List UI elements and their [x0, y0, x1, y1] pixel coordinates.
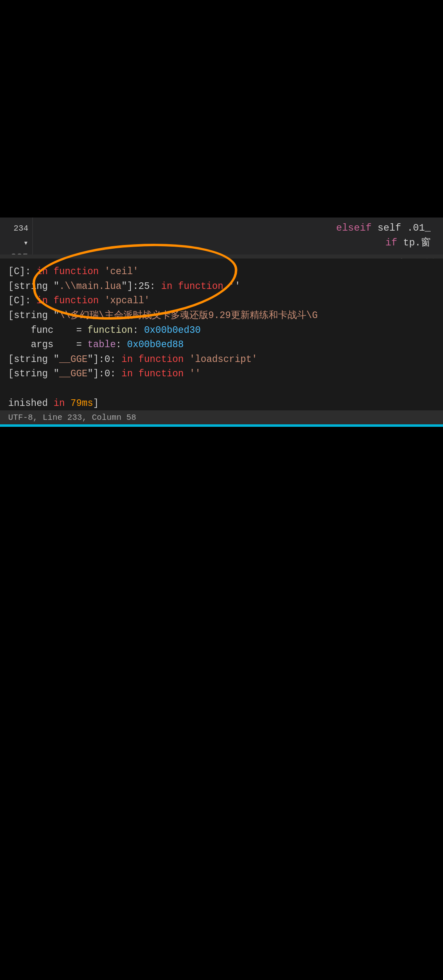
path-chinese: \\多幻瑞\主会派时战义卡多魂还版9.29更新精练和卡战斗\G [59, 310, 317, 321]
empty-str: '' [190, 369, 201, 379]
dropdown-arrow-icon: 234 ▾ [14, 224, 28, 248]
time-value: 79ms [71, 398, 93, 409]
colon-5: : [133, 325, 144, 336]
bracket-close-8: "]:0: [87, 369, 121, 379]
terminal-line-3: [C]: in function 'xpcall' [8, 294, 435, 309]
space [99, 266, 105, 277]
line-numbers: 234 ▾ 235 [0, 218, 33, 259]
screen: 234 ▾ 235 elseif self .01_ if tp.窗 236 [0, 0, 443, 980]
loadscript-str: 'loadscript' [190, 354, 258, 365]
bracket-end: ] [93, 398, 99, 409]
code-line-235: if tp.窗 [41, 236, 435, 250]
string-bracket-7: [string " [8, 354, 59, 365]
code-tp-window: tp.窗 [403, 237, 431, 248]
in-function-8: in function [121, 369, 184, 379]
code-line-234: elseif self .01_ [41, 221, 435, 236]
space-8 [184, 369, 190, 379]
end-2: ' [235, 281, 240, 292]
in-function-2: in function [161, 281, 224, 292]
black-bottom [0, 427, 443, 980]
code-content-top: elseif self .01_ if tp.窗 [33, 218, 443, 259]
terminal-line-5: func = function: 0x00b0ed30 [8, 323, 435, 338]
terminal-output: [C]: in function 'ceil' [string ".\\main… [0, 259, 443, 410]
quote-2: ' [229, 281, 235, 292]
terminal-line-2: [string ".\\main.lua"]:25: in function '… [8, 279, 435, 294]
string-bracket-2: [string " [8, 281, 59, 292]
in-function-7: in function [121, 354, 184, 365]
main-lua-path: .\\main.lua [59, 281, 121, 292]
gge-str-1: __GGE [59, 354, 87, 365]
in-function-3: in function [37, 295, 99, 306]
gge-str-2: __GGE [59, 369, 87, 379]
ide-window: 234 ▾ 235 elseif self .01_ if tp.窗 236 [0, 218, 443, 427]
space-7 [184, 354, 190, 365]
terminal-line-1: [C]: in function 'ceil' [8, 265, 435, 279]
keyword-elseif: elseif [336, 222, 372, 234]
bracket-close-7: "]:0: [87, 354, 121, 365]
keyword-if: if [386, 237, 397, 248]
space-fin [65, 398, 71, 409]
terminal-line-6: args = table: 0x00b0ed88 [8, 338, 435, 353]
tion-text: tion [76, 266, 99, 277]
string-bracket-8: [string " [8, 369, 59, 379]
hex-addr-1: 0x00b0ed30 [144, 325, 201, 336]
black-top [0, 0, 443, 218]
function-keyword-5: function [87, 325, 132, 336]
terminal-line-4: [string "\\多幻瑞\主会派时战义卡多魂还版9.29更新精练和卡战斗\G [8, 309, 435, 323]
hex-addr-2: 0x00b0ed88 [127, 339, 184, 350]
xpcall-str: 'xpcall' [105, 295, 150, 306]
table-keyword: table [87, 339, 116, 350]
line-num-234: 234 ▾ [4, 221, 28, 250]
in-func-1: in func [37, 266, 76, 277]
terminal-line-finished: inished in 79ms] [8, 396, 435, 410]
bracket-close-2: "]:25: [121, 281, 161, 292]
code-self: self [377, 222, 401, 234]
bracket-c: [C]: [8, 266, 37, 277]
colon-6: : [116, 339, 127, 350]
finished-prefix: inished [8, 398, 53, 409]
space-2 [224, 281, 229, 292]
indent-func: func = [8, 325, 87, 336]
terminal-line-blank [8, 382, 435, 396]
code-editor-top: 234 ▾ 235 elseif self .01_ if tp.窗 [0, 218, 443, 259]
bracket-c-3: [C]: [8, 295, 37, 306]
ceil-str: 'ceil' [105, 266, 139, 277]
terminal-line-8: [string "__GGE"]:0: in function '' [8, 367, 435, 382]
terminal-line-7: [string "__GGE"]:0: in function 'loadscr… [8, 353, 435, 367]
in-keyword: in [53, 398, 65, 409]
status-text: UTF-8, Line 233, Column 58 [8, 413, 136, 422]
status-bar: UTF-8, Line 233, Column 58 [0, 410, 443, 424]
space-3 [99, 295, 105, 306]
string-bracket-4: [string " [8, 310, 59, 321]
code-dot1: .01_ [407, 222, 431, 234]
indent-args: args = [8, 339, 87, 350]
